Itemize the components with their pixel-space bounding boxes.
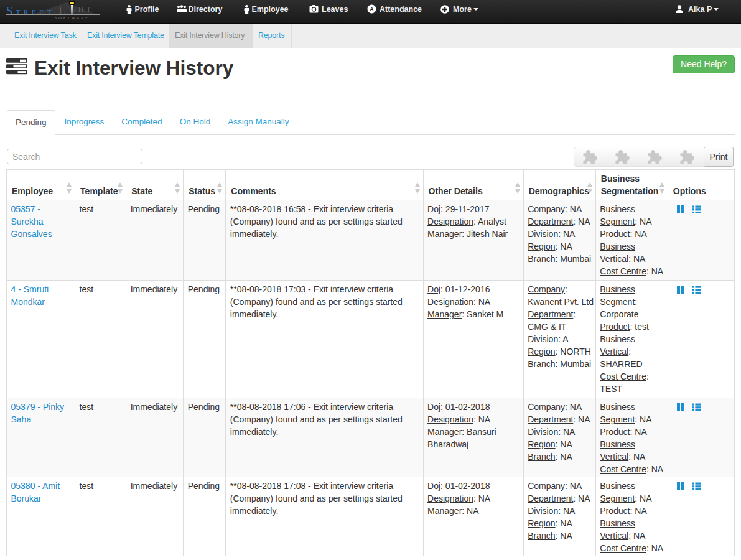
svg-text:A: A (370, 6, 374, 12)
